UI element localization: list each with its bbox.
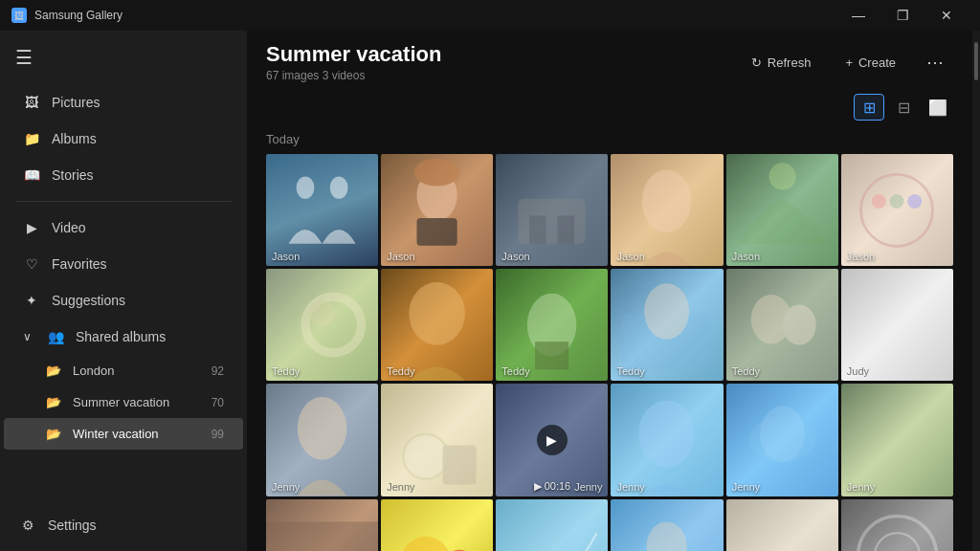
photo-cell[interactable]: Teddy [611, 269, 723, 381]
shared-albums-label: Shared albums [76, 329, 166, 344]
photo-cell[interactable]: Teddy [266, 269, 378, 381]
photo-cell[interactable]: Teddy [381, 269, 493, 381]
more-options-button[interactable]: ⋯ [917, 46, 953, 78]
scrollbar[interactable] [972, 31, 980, 551]
sidebar-item-video[interactable]: ▶ Video [4, 209, 243, 246]
folder-icon: 📂 [46, 364, 61, 378]
sidebar-sub-label: Summer vacation [73, 395, 169, 409]
photo-cell[interactable]: Jason [841, 154, 953, 266]
photo-cell[interactable] [496, 499, 608, 551]
titlebar-controls: — ❐ ✕ [836, 0, 969, 31]
svg-point-8 [642, 169, 692, 232]
suggestions-icon: ✦ [23, 292, 40, 309]
svg-point-1 [330, 176, 348, 198]
photo-cell[interactable]: Jason [496, 154, 608, 266]
svg-point-16 [409, 282, 465, 345]
svg-point-13 [908, 194, 923, 209]
photo-cell[interactable] [381, 499, 493, 551]
grid-medium-view-button[interactable]: ⊟ [888, 94, 919, 121]
svg-rect-6 [529, 215, 546, 243]
settings-icon: ⚙ [19, 517, 36, 534]
shared-albums-header[interactable]: ∨ 👥 Shared albums [4, 319, 243, 355]
sidebar-item-suggestions[interactable]: ✦ Suggestions [4, 282, 243, 319]
photo-cell[interactable]: Jason [381, 154, 493, 266]
photo-cell[interactable] [266, 499, 378, 551]
sidebar-item-albums[interactable]: 📁 Albums [4, 121, 243, 157]
svg-point-0 [297, 176, 315, 198]
photo-cell[interactable]: ▶ ▶ 00:16 Jenny [496, 384, 608, 496]
sidebar-item-label: Favorites [52, 256, 107, 272]
header-left: Summer vacation 67 images 3 videos [266, 42, 441, 82]
content-header: Summer vacation 67 images 3 videos ↻ Ref… [247, 31, 972, 94]
photo-cell[interactable]: Teddy [496, 269, 608, 381]
minimize-button[interactable]: — [836, 0, 880, 31]
grid-small-view-button[interactable]: ⊞ [854, 94, 884, 121]
maximize-button[interactable]: ❐ [880, 0, 924, 31]
svg-point-11 [872, 194, 886, 209]
sidebar-item-pictures[interactable]: 🖼 Pictures [4, 84, 243, 121]
app-title: Samsung Gallery [34, 9, 122, 22]
titlebar: 🖼 Samsung Gallery — ❐ ✕ [0, 0, 980, 31]
create-button[interactable]: + Create [832, 50, 909, 76]
svg-point-23 [298, 397, 347, 460]
sidebar-item-stories[interactable]: 📖 Stories [4, 157, 243, 193]
photo-cell[interactable]: Jason [266, 154, 378, 266]
pictures-icon: 🖼 [23, 94, 40, 111]
folder-icon: 📂 [46, 395, 61, 409]
london-count: 92 [212, 364, 224, 378]
album-meta: 67 images 3 videos [266, 69, 441, 82]
refresh-label: Refresh [768, 55, 812, 70]
photo-cell[interactable]: Jenny [611, 384, 723, 496]
chevron-down-icon: ∨ [23, 330, 32, 343]
photo-grid: Jason Jason Jason Jason [266, 154, 953, 551]
single-view-button[interactable]: ⬜ [923, 94, 953, 121]
svg-rect-29 [266, 521, 378, 551]
refresh-button[interactable]: ↻ Refresh [738, 50, 825, 76]
photo-cell[interactable]: Jenny [841, 384, 953, 496]
photo-label: Judy [847, 365, 869, 377]
photo-cell[interactable]: Teddy [726, 269, 838, 381]
video-duration: ▶ 00:16 [534, 480, 571, 493]
svg-marker-32 [519, 521, 586, 551]
sidebar-sub-label: Winter vacation [73, 427, 159, 441]
photo-grid-container[interactable]: Jason Jason Jason Jason [247, 154, 972, 551]
svg-rect-5 [519, 199, 586, 244]
svg-point-12 [890, 194, 904, 209]
photo-label: Jenny [847, 481, 875, 493]
winter-count: 99 [212, 428, 224, 441]
settings-item[interactable]: ⚙ Settings [0, 507, 247, 543]
photo-cell[interactable]: Jason [726, 154, 838, 266]
photo-cell[interactable]: Jenny [381, 384, 493, 496]
photo-cell[interactable] [611, 499, 723, 551]
scroll-thumb[interactable] [974, 42, 978, 80]
albums-icon: 📁 [23, 130, 40, 147]
photo-label: Jenny [574, 481, 602, 493]
photo-cell[interactable]: Jenny [266, 384, 378, 496]
hamburger-button[interactable]: ☰ [0, 38, 247, 84]
plus-icon: + [845, 55, 853, 70]
album-title: Summer vacation [266, 42, 441, 67]
close-button[interactable]: ✕ [924, 0, 969, 31]
section-today: Today [247, 128, 972, 154]
create-label: Create [858, 55, 896, 70]
svg-point-34 [647, 521, 687, 551]
sidebar-item-winter-vacation[interactable]: 📂 Winter vacation 99 [4, 418, 243, 450]
main-content: Summer vacation 67 images 3 videos ↻ Ref… [247, 31, 972, 551]
svg-point-9 [768, 163, 795, 189]
sidebar-divider [15, 201, 232, 202]
svg-point-10 [861, 174, 933, 246]
photo-cell[interactable]: Jenny [726, 384, 838, 496]
photo-cell[interactable] [841, 499, 953, 551]
sidebar-item-london[interactable]: 📂 London 92 [4, 355, 243, 386]
svg-rect-4 [417, 218, 457, 246]
play-icon: ▶ [537, 425, 568, 455]
sidebar-item-label: Albums [52, 131, 97, 146]
sidebar-item-label: Suggestions [52, 293, 125, 308]
summer-count: 70 [212, 396, 224, 409]
photo-cell[interactable]: Jason [611, 154, 723, 266]
photo-cell[interactable] [726, 499, 838, 551]
photo-cell[interactable]: Judy [841, 269, 953, 381]
sidebar-item-summer-vacation[interactable]: 📂 Summer vacation 70 [4, 386, 243, 418]
app-body: ☰ 🖼 Pictures 📁 Albums 📖 Stories ▶ Video … [0, 31, 980, 551]
sidebar-item-favorites[interactable]: ♡ Favorites [4, 246, 243, 282]
